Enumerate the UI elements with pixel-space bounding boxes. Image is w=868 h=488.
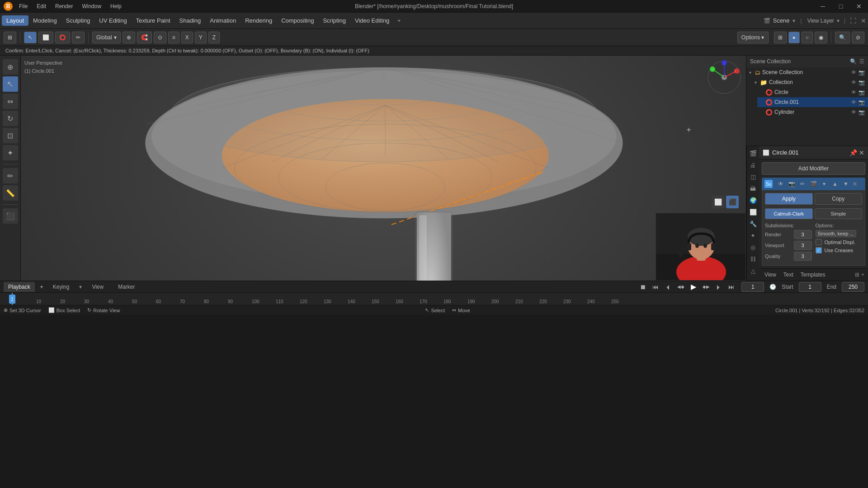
maximize-button[interactable]: □	[832, 0, 850, 13]
apply-button[interactable]: Apply	[765, 193, 813, 205]
next-keyframe-button[interactable]: ◆▶	[702, 282, 711, 291]
mod-expand-icon[interactable]: ▾	[820, 179, 829, 188]
play-button[interactable]: ▶	[689, 282, 698, 291]
copy-button[interactable]: Copy	[815, 193, 863, 205]
skip-end-button[interactable]: ⏭	[727, 282, 736, 291]
transform-y[interactable]: Y	[195, 32, 207, 43]
set-3d-cursor-status[interactable]: ⊕ Set 3D Cursor	[4, 307, 41, 313]
mod-camera-icon[interactable]: 📷	[787, 179, 796, 188]
outliner-cylinder[interactable]: ⭕ Cylinder 👁 📷	[757, 107, 868, 117]
select-move-tool[interactable]: ↖	[3, 76, 18, 92]
menu-render[interactable]: Render	[52, 2, 75, 10]
output-props-icon[interactable]: 🖨	[748, 160, 759, 170]
navigation-gizmo[interactable]: X Y Z	[706, 59, 742, 95]
mod-move-down-icon[interactable]: ▼	[841, 179, 850, 188]
mod-move-up-icon[interactable]: ▲	[830, 179, 840, 188]
select-box-button[interactable]: ⬜	[38, 32, 53, 43]
viewport-shading-rendered[interactable]: ◉	[815, 32, 827, 43]
mod-visibility-icon[interactable]: 👁	[776, 179, 785, 188]
move-tool[interactable]: ⇔	[3, 94, 18, 109]
tl-marker-label[interactable]: Marker	[113, 282, 139, 292]
viewport-shading-solid[interactable]: ●	[788, 32, 800, 43]
props-close-icon[interactable]: ✕	[859, 149, 864, 156]
workspace-tab-animation[interactable]: Animation	[205, 15, 241, 26]
transform-x[interactable]: X	[181, 32, 193, 43]
close-button[interactable]: ✕	[850, 0, 868, 13]
scene-dropdown-icon[interactable]: ▾	[793, 18, 795, 24]
add-cube-tool[interactable]: ⬛	[3, 208, 18, 224]
tl-view-label[interactable]: View	[87, 282, 108, 292]
skip-start-button[interactable]: ⏮	[651, 282, 660, 291]
workspace-tab-texture[interactable]: Texture Paint	[132, 15, 175, 26]
circle-001-render-icon[interactable]: 📷	[858, 99, 865, 106]
select-circle-button[interactable]: ⭕	[55, 32, 70, 43]
optimal-checkbox[interactable]	[816, 239, 822, 245]
workspace-tab-modeling[interactable]: Modeling	[28, 15, 61, 26]
workspace-tab-scripting[interactable]: Scripting	[318, 15, 350, 26]
world-props-icon[interactable]: 🌍	[748, 195, 759, 206]
add-workspace-button[interactable]: +	[394, 16, 404, 26]
layout-mode-1[interactable]: ⊞	[774, 32, 787, 43]
mod-render-icon-btn[interactable]: 🎬	[809, 179, 818, 188]
render-icon[interactable]: 📷	[858, 69, 865, 76]
outliner-options-icon[interactable]: ☰	[859, 58, 864, 65]
collection-visibility-icon[interactable]: 👁	[850, 79, 857, 86]
visibility-icon[interactable]: 👁	[850, 69, 857, 76]
catmull-clark-button[interactable]: Catmull-Clark	[765, 208, 813, 219]
next-frame-button[interactable]: ⏵	[714, 282, 723, 291]
outliner-collection[interactable]: ▾ 📁 Collection 👁 📷	[752, 77, 868, 87]
menu-file[interactable]: File	[16, 2, 30, 10]
workspace-tab-rendering[interactable]: Rendering	[241, 15, 277, 26]
tl-playback-chevron[interactable]: ▾	[40, 284, 43, 290]
outliner-circle[interactable]: ⭕ Circle 👁 📷	[757, 87, 868, 97]
workspace-tab-shading[interactable]: Shading	[175, 15, 206, 26]
smooth-dropdown[interactable]: Smooth, keep ...	[816, 230, 856, 237]
measure-tool[interactable]: 📏	[3, 185, 18, 201]
viewport-shading-material[interactable]: ○	[802, 32, 813, 43]
scale-tool[interactable]: ⊡	[3, 128, 18, 143]
mod-edit-icon[interactable]: ✏	[798, 179, 807, 188]
transform-tool[interactable]: ✦	[3, 145, 18, 160]
workspace-tab-video[interactable]: Video Editing	[350, 15, 394, 26]
cylinder-render-icon[interactable]: 📷	[858, 108, 865, 116]
fullscreen-icon[interactable]: ⛶	[850, 17, 856, 24]
outliner-scene-collection[interactable]: ▾ 🗂 Scene Collection 👁 📷	[746, 67, 868, 77]
render-props-icon[interactable]: 🎬	[748, 148, 759, 159]
scene-selector[interactable]: Scene	[773, 17, 790, 24]
viewport-icon-2[interactable]: ⬛	[726, 196, 739, 208]
info-templates-tab[interactable]: Templates	[799, 271, 827, 279]
select-lasso-button[interactable]: ✏	[72, 32, 85, 43]
rotate-view-status[interactable]: ↻ Rotate View	[87, 307, 120, 313]
tl-keying-label[interactable]: Keying	[48, 282, 74, 292]
viewport-icon-1[interactable]: ⬜	[712, 196, 724, 208]
close-screen-icon[interactable]: ✕	[861, 17, 866, 24]
transform-z[interactable]: Z	[208, 32, 220, 43]
info-text-tab[interactable]: Text	[782, 271, 795, 279]
select-mode-status[interactable]: ↖ Select	[425, 307, 445, 313]
prev-frame-button[interactable]: ⏴	[664, 282, 673, 291]
circle-001-visibility-icon[interactable]: 👁	[850, 99, 857, 106]
object-props-icon[interactable]: ⬜	[748, 206, 759, 217]
object-data-props-icon[interactable]: △	[748, 265, 759, 276]
menu-edit[interactable]: Edit	[34, 2, 49, 10]
3d-viewport[interactable]: User Perspective (1) Circle.001 X Y Z	[21, 56, 746, 281]
scene-props-icon[interactable]: 🏔	[748, 183, 759, 194]
constraints-props-icon[interactable]: ⛓	[748, 253, 759, 264]
particles-props-icon[interactable]: ✦	[748, 230, 759, 241]
cylinder-visibility-icon[interactable]: 👁	[850, 108, 857, 116]
overlay-options[interactable]: ≡	[168, 32, 179, 43]
outliner-circle-001[interactable]: ⭕ Circle.001 👁 📷	[757, 97, 868, 107]
workspace-tab-uv[interactable]: UV Editing	[94, 15, 131, 26]
snap-button[interactable]: 🧲	[137, 32, 152, 43]
workspace-tab-layout[interactable]: Layout	[2, 15, 28, 26]
filter-button[interactable]: ⊘	[852, 32, 864, 43]
info-add-icon[interactable]: +	[861, 272, 864, 278]
use-creases-checkbox[interactable]: ✓	[816, 247, 822, 253]
transform-pivot-button[interactable]: ⊕	[123, 32, 135, 43]
prev-keyframe-button[interactable]: ◀◆	[676, 282, 685, 291]
add-modifier-button[interactable]: Add Modifier	[762, 162, 865, 175]
outliner-filter-icon[interactable]: 🔍	[850, 58, 857, 65]
menu-window[interactable]: Window	[79, 2, 104, 10]
render-value-input[interactable]: 3	[794, 230, 812, 239]
view-layer-props-icon[interactable]: ◫	[748, 171, 759, 182]
